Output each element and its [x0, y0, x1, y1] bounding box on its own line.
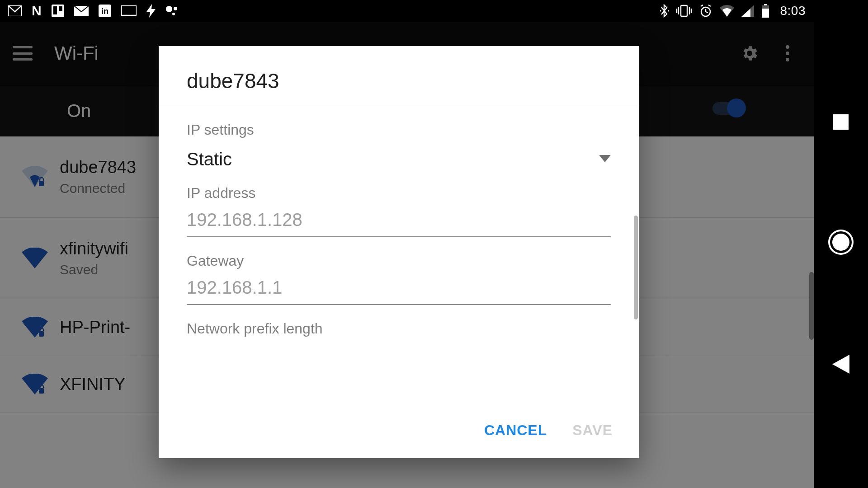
nav-recent-apps-icon[interactable]: [833, 114, 849, 130]
nav-home-icon[interactable]: [830, 231, 852, 253]
wifi-icon: [720, 5, 734, 17]
svg-point-14: [668, 10, 669, 11]
svg-rect-2: [53, 6, 57, 14]
save-button[interactable]: SAVE: [572, 422, 613, 439]
svg-point-13: [660, 10, 661, 11]
svg-text:in: in: [101, 7, 108, 16]
svg-line-24: [708, 5, 711, 6]
ip-address-input[interactable]: [187, 202, 611, 237]
gmail-icon: [8, 5, 22, 16]
battery-icon: [761, 4, 769, 18]
svg-marker-36: [599, 155, 611, 162]
svg-rect-27: [764, 4, 767, 5]
gateway-input[interactable]: [187, 269, 611, 305]
ip-address-label: IP address: [187, 185, 611, 202]
network-config-dialog: dube7843 IP settings Static IP address G…: [159, 46, 639, 458]
assistant-icon: [165, 5, 179, 17]
svg-rect-8: [126, 15, 132, 16]
dialog-scrollbar[interactable]: [634, 216, 638, 319]
svg-rect-15: [681, 5, 687, 16]
status-bar: N in: [0, 0, 814, 22]
ip-settings-dropdown[interactable]: Static: [187, 149, 611, 169]
svg-line-23: [701, 5, 703, 6]
alarm-icon: [699, 4, 712, 18]
flash-icon: [146, 4, 156, 18]
cell-signal-icon: [741, 5, 754, 17]
svg-rect-29: [762, 9, 769, 18]
dialog-title: dube7843: [159, 46, 639, 106]
status-clock: 8:03: [780, 4, 806, 18]
screen-rec-icon: [121, 5, 137, 16]
trello-icon: [52, 5, 64, 17]
svg-marker-26: [741, 9, 750, 17]
network-prefix-label: Network prefix length: [187, 320, 611, 337]
system-nav-bar: [814, 0, 868, 488]
svg-rect-3: [59, 6, 62, 11]
svg-marker-37: [832, 355, 849, 374]
vibrate-icon: [676, 5, 692, 17]
svg-point-10: [166, 6, 172, 12]
dialog-body: IP settings Static IP address Gateway: [159, 106, 639, 402]
netflix-icon: N: [32, 3, 42, 19]
linkedin-icon: in: [99, 5, 111, 17]
svg-point-11: [174, 7, 177, 10]
mail-icon: [74, 6, 89, 16]
svg-rect-7: [121, 5, 137, 15]
dialog-fade: [159, 390, 639, 402]
bluetooth-icon: [660, 4, 669, 18]
nav-back-icon[interactable]: [832, 355, 849, 374]
svg-point-12: [172, 13, 175, 15]
svg-marker-9: [146, 4, 156, 18]
ip-settings-label: IP settings: [187, 122, 611, 138]
dialog-actions: CANCEL SAVE: [159, 402, 639, 458]
cancel-button[interactable]: CANCEL: [484, 422, 547, 439]
dropdown-caret-icon: [599, 155, 611, 164]
svg-line-22: [706, 12, 708, 13]
gateway-label: Gateway: [187, 253, 611, 269]
ip-settings-value: Static: [187, 149, 232, 169]
